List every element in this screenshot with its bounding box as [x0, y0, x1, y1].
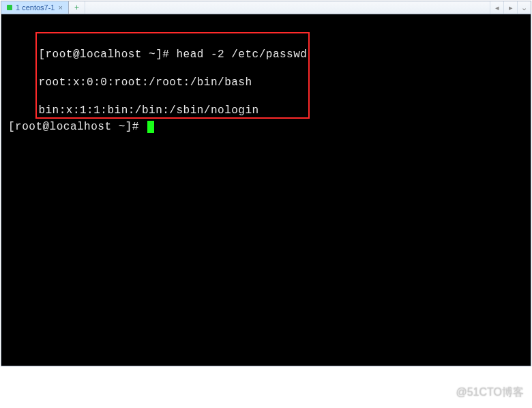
tab-nav-expand[interactable]: ⌄ [517, 1, 531, 14]
tab-bar: 1 centos7-1 × + ◂ ▸ ⌄ [1, 1, 531, 14]
prompt: [root@localhost ~]# [8, 121, 139, 133]
watermark: @51CTO博客 [456, 385, 524, 400]
close-icon[interactable]: × [58, 4, 62, 12]
tab-label: 1 centos7-1 [16, 3, 55, 12]
tab-spacer [85, 1, 490, 14]
tab-nav-next[interactable]: ▸ [503, 1, 517, 14]
highlight-box: [root@localhost ~]# head -2 /etc/passwd … [35, 32, 310, 119]
new-tab-button[interactable]: + [69, 1, 85, 14]
terminal-window: 1 centos7-1 × + ◂ ▸ ⌄ [root@localhost ~]… [1, 1, 531, 366]
terminal-pane[interactable]: [root@localhost ~]# head -2 /etc/passwd … [1, 14, 531, 366]
status-dot-icon [7, 5, 12, 10]
tab-centos7-1[interactable]: 1 centos7-1 × [1, 1, 69, 14]
cursor-block [147, 121, 154, 133]
output-line: bin:x:1:1:bin:/bin:/sbin/nologin [38, 104, 307, 117]
chevron-left-icon: ◂ [495, 3, 499, 12]
chevron-right-icon: ▸ [509, 3, 513, 12]
chevron-down-icon: ⌄ [521, 3, 527, 12]
prompt: [root@localhost ~]# [38, 48, 169, 61]
output-line: root:x:0:0:root:/root:/bin/bash [38, 76, 307, 89]
plus-icon: + [74, 3, 79, 12]
command-text: head -2 /etc/passwd [176, 48, 307, 61]
tab-nav-prev[interactable]: ◂ [490, 1, 503, 14]
